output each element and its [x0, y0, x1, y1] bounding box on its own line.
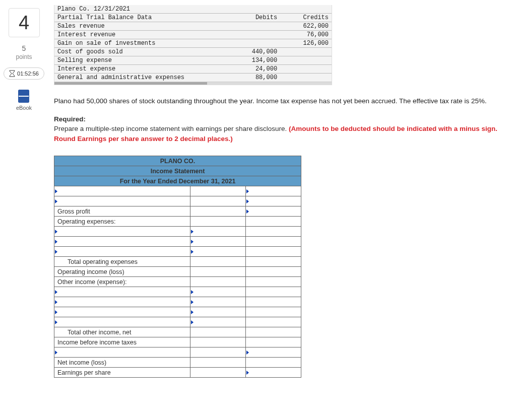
tb-row-credit: 622,000 — [280, 22, 332, 31]
required-label: Required: — [54, 114, 509, 124]
stmt-amount-input[interactable] — [246, 196, 301, 206]
stmt-line-select[interactable] — [54, 186, 190, 196]
tb-row-label: Interest expense — [54, 65, 229, 74]
stmt-company: PLANO CO. — [54, 156, 301, 166]
question-sidebar: 4 5 points 01:52:56 eBook — [0, 5, 48, 388]
stmt-line-select[interactable] — [54, 307, 190, 317]
stmt-other-income-header: Other income (expense): — [54, 277, 190, 287]
stmt-line-select[interactable] — [54, 297, 190, 307]
tb-row-debit — [229, 22, 280, 31]
stmt-title: Income Statement — [54, 166, 301, 176]
stmt-period: For the Year Ended December 31, 2021 — [54, 176, 301, 186]
tb-row-label: Gain on sale of investments — [54, 39, 229, 48]
stmt-line-select[interactable] — [54, 287, 190, 297]
question-content: Plano Co. 12/31/2021 Partial Trial Balan… — [48, 5, 516, 388]
stmt-total-other-income-label: Total other income, net — [54, 327, 190, 337]
stmt-amount-input[interactable] — [190, 317, 246, 327]
points-value: 5 — [16, 44, 32, 52]
stmt-gross-profit-label: Gross profit — [54, 206, 190, 217]
stmt-amount-input[interactable] — [190, 227, 246, 237]
timer-value: 01:52:56 — [17, 71, 39, 77]
stmt-amount-input[interactable] — [246, 186, 301, 196]
tb-row-credit — [280, 48, 332, 56]
stmt-line-select[interactable] — [54, 347, 190, 358]
stmt-line-select[interactable] — [54, 237, 190, 247]
tb-row-debit: 24,000 — [229, 65, 280, 74]
tb-row-label: Sales revenue — [54, 22, 229, 31]
tb-col-debits: Debits — [229, 14, 280, 22]
stmt-amount-input[interactable] — [246, 347, 301, 358]
required-instruction: Prepare a multiple-step income statement… — [54, 125, 289, 132]
stmt-total-opex-label: Total operating expenses — [54, 257, 190, 267]
income-statement-table: PLANO CO. Income Statement For the Year … — [54, 156, 301, 378]
tb-row-credit: 76,000 — [280, 31, 332, 39]
tb-row-debit: 440,000 — [229, 48, 280, 56]
tb-row-credit — [280, 65, 332, 74]
stmt-amount-input[interactable] — [190, 247, 246, 257]
stmt-opex-header: Operating expenses: — [54, 217, 190, 227]
stmt-amount-input[interactable] — [190, 297, 246, 307]
stmt-eps-label: Earnings per share — [54, 368, 190, 378]
tb-row-debit: 134,000 — [229, 56, 280, 65]
stmt-amount-input[interactable] — [190, 287, 246, 297]
tb-title: Plano Co. 12/31/2021 — [54, 5, 229, 14]
stmt-amount-input[interactable] — [190, 307, 246, 317]
stmt-net-income-label: Net income (loss) — [54, 358, 190, 368]
book-icon — [18, 90, 29, 103]
question-number-box: 4 — [9, 8, 40, 37]
trial-balance-panel: Plano Co. 12/31/2021 Partial Trial Balan… — [54, 5, 332, 85]
required-block: Required: Prepare a multiple-step income… — [54, 114, 509, 144]
tb-row-credit — [280, 74, 332, 82]
stmt-amount-input[interactable] — [190, 237, 246, 247]
tb-row-debit — [229, 31, 280, 39]
tb-row-label: General and administrative expenses — [54, 74, 229, 82]
stmt-operating-income-label: Operating income (loss) — [54, 267, 190, 277]
trial-balance-table: Plano Co. 12/31/2021 Partial Trial Balan… — [54, 5, 332, 82]
tb-row-credit: 126,000 — [280, 39, 332, 48]
stmt-amount-input[interactable] — [246, 368, 301, 378]
tb-subtitle: Partial Trial Balance Data — [54, 14, 229, 22]
timer-badge: 01:52:56 — [4, 67, 44, 80]
stmt-line-select[interactable] — [54, 196, 190, 206]
tb-row-credit — [280, 56, 332, 65]
horizontal-scrollbar[interactable] — [54, 82, 332, 85]
ebook-button[interactable]: eBook — [16, 90, 32, 111]
tb-row-debit: 88,000 — [229, 74, 280, 82]
problem-description: Plano had 50,000 shares of stock outstan… — [54, 96, 509, 106]
hourglass-icon — [9, 70, 15, 77]
stmt-amount-input[interactable] — [246, 206, 301, 217]
stmt-line-select[interactable] — [54, 227, 190, 237]
stmt-income-before-tax-label: Income before income taxes — [54, 337, 190, 347]
tb-col-credits: Credits — [280, 14, 332, 22]
tb-row-label: Interest revenue — [54, 31, 229, 39]
ebook-label: eBook — [16, 105, 32, 111]
stmt-line-select[interactable] — [54, 317, 190, 327]
points-label: points — [16, 53, 32, 60]
tb-row-label: Selling expense — [54, 56, 229, 65]
points-box: 5 points — [16, 44, 32, 60]
stmt-line-select[interactable] — [54, 247, 190, 257]
tb-row-label: Cost of goods sold — [54, 48, 229, 56]
tb-row-debit — [229, 39, 280, 48]
